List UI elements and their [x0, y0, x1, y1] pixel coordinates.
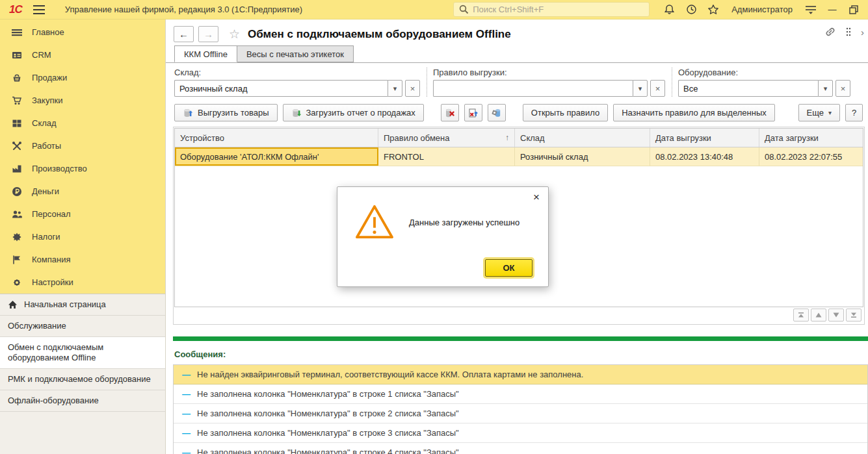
document-upload-icon: [468, 108, 479, 118]
button-label: ?: [852, 108, 856, 118]
table-header: Устройство Правило обмена↑ Склад Дата вы…: [175, 129, 863, 147]
warehouse-dropdown-button[interactable]: ▾: [388, 80, 402, 97]
nav-item-offline-exchange[interactable]: Обмен с подключаемым оборудованием Offli…: [0, 337, 165, 369]
nav-item-offline-equipment[interactable]: Офлайн-оборудование: [0, 390, 165, 412]
message-row[interactable]: — Не найден эквайринговый терминал, соот…: [174, 365, 867, 385]
upload-rule-clear-button[interactable]: ×: [650, 80, 665, 97]
filter-upload-rule: Правило выгрузки: ▾ ×: [427, 68, 672, 97]
current-user[interactable]: Администратор: [731, 5, 793, 14]
upload-rule-input[interactable]: [433, 80, 633, 97]
nav-item-home[interactable]: Начальная страница: [0, 294, 165, 316]
nav-item-label: Офлайн-оборудование: [8, 396, 99, 406]
filter-label: Склад:: [174, 68, 420, 77]
notifications-bell-icon[interactable]: [661, 2, 677, 18]
dialog-message: Данные загружены успешно: [409, 218, 519, 227]
message-row[interactable]: — Не заполнена колонка "Номенклатура" в …: [174, 443, 867, 454]
sidebar-item-label: Персонал: [32, 209, 71, 219]
more-button[interactable]: Еще ▾: [798, 104, 840, 121]
main-menu-icon[interactable]: [31, 2, 47, 18]
equipment-dropdown-button[interactable]: ▾: [818, 80, 833, 97]
nav-item-service[interactable]: Обслуживание: [0, 316, 165, 337]
global-search[interactable]: [453, 2, 650, 17]
app-window: 1С Управление нашей фирмой, редакция 3.0…: [0, 0, 868, 454]
exchange-settings-button[interactable]: [488, 104, 506, 121]
filter-row: Склад: ▾ × Правило выгрузки: ▾: [166, 63, 868, 101]
column-header-upload-date[interactable]: Дата выгрузки: [650, 129, 759, 147]
ok-button[interactable]: ОК: [485, 259, 533, 277]
scroll-to-bottom-button[interactable]: [846, 309, 861, 322]
sidebar-item-purchases[interactable]: Закупки: [0, 89, 165, 112]
filter-warehouse: Склад: ▾ ×: [174, 68, 427, 97]
application-title: Управление нашей фирмой, редакция 3.0 (1…: [65, 5, 302, 14]
cell-warehouse[interactable]: Розничный склад: [515, 147, 650, 166]
sidebar-item-main[interactable]: Главное: [0, 21, 165, 44]
upload-goods-button[interactable]: Выгрузить товары: [174, 104, 278, 121]
message-text: Не найден эквайринговый терминал, соотве…: [197, 370, 583, 379]
service-menu-icon[interactable]: [803, 2, 819, 18]
message-row[interactable]: — Не заполнена колонка "Номенклатура" в …: [174, 385, 867, 404]
horizontal-splitter[interactable]: [173, 336, 868, 341]
sidebar-item-production[interactable]: Производство: [0, 157, 165, 180]
sidebar-item-works[interactable]: Работы: [0, 134, 165, 157]
back-button[interactable]: ←: [174, 26, 194, 42]
sidebar-item-warehouse[interactable]: Склад: [0, 112, 165, 134]
sidebar-item-crm[interactable]: CRM: [0, 44, 165, 66]
history-icon[interactable]: [683, 2, 699, 18]
sidebar-item-staff[interactable]: Персонал: [0, 203, 165, 225]
help-button[interactable]: ?: [845, 104, 863, 121]
minimize-window-icon[interactable]: —: [825, 5, 839, 14]
scroll-up-button[interactable]: [811, 309, 826, 322]
scroll-to-top-button[interactable]: [793, 309, 809, 322]
table-scroll-buttons: [174, 307, 863, 323]
cell-rule[interactable]: FRONTOL: [378, 147, 515, 166]
upload-deleted-button[interactable]: [464, 104, 482, 121]
forward-button[interactable]: →: [198, 26, 218, 42]
boxes-icon: [12, 118, 22, 129]
sidebar-item-label: Главное: [32, 27, 64, 37]
open-windows-panel: Начальная страница Обслуживание Обмен с …: [0, 294, 165, 454]
equipment-clear-button[interactable]: ×: [835, 80, 850, 97]
assign-rule-button[interactable]: Назначить правило для выделенных: [613, 104, 775, 121]
search-input[interactable]: [473, 5, 644, 14]
more-menu-kebab-icon[interactable]: [845, 27, 852, 37]
sidebar-item-company[interactable]: Компания: [0, 248, 165, 271]
table-row[interactable]: Оборудование 'АТОЛ:ККМ Офлайн' FRONTOL Р…: [175, 147, 863, 166]
clear-exchange-button[interactable]: [441, 104, 459, 121]
gear-icon: [12, 277, 22, 288]
sidebar-item-sales[interactable]: Продажи: [0, 66, 165, 89]
column-header-device[interactable]: Устройство: [175, 129, 378, 147]
open-rule-button[interactable]: Открыть правило: [523, 104, 608, 121]
warehouse-clear-button[interactable]: ×: [405, 80, 420, 97]
dialog-close-icon[interactable]: ×: [533, 192, 540, 203]
warehouse-input[interactable]: [174, 80, 388, 97]
sidebar-item-settings[interactable]: Настройки: [0, 271, 165, 294]
cell-download-date[interactable]: 08.02.2023 22:07:55: [759, 147, 863, 166]
tab-kkm-offline[interactable]: ККМ Offline: [174, 45, 237, 62]
scroll-down-button[interactable]: [828, 309, 844, 322]
message-row[interactable]: — Не заполнена колонка "Номенклатура" в …: [174, 404, 867, 423]
database-upload-icon: [183, 108, 193, 118]
sidebar-item-taxes[interactable]: Налоги: [0, 225, 165, 248]
filter-label: Оборудование:: [678, 68, 850, 77]
cell-device[interactable]: Оборудование 'АТОЛ:ККМ Офлайн': [175, 147, 378, 166]
sidebar-item-money[interactable]: Деньги: [0, 180, 165, 203]
message-row[interactable]: — Не заполнена колонка "Номенклатура" в …: [174, 423, 867, 443]
tab-scales-labels[interactable]: Весы с печатью этикеток: [237, 45, 354, 62]
equipment-input[interactable]: [678, 80, 818, 97]
database-delete-icon: [445, 108, 455, 118]
database-download-icon: [291, 108, 302, 118]
load-sales-report-button[interactable]: Загрузить отчет о продажах: [283, 104, 424, 121]
topbar: 1С Управление нашей фирмой, редакция 3.0…: [0, 0, 868, 19]
nav-item-rmk[interactable]: РМК и подключаемое оборудование: [0, 369, 165, 390]
cell-upload-date[interactable]: 08.02.2023 13:40:48: [650, 147, 759, 166]
favorites-star-icon[interactable]: [705, 2, 721, 18]
collapse-panel-chevron[interactable]: ›: [861, 27, 864, 38]
get-link-icon[interactable]: [824, 26, 836, 38]
column-header-rule[interactable]: Правило обмена↑: [378, 129, 515, 147]
column-header-download-date[interactable]: Дата загрузки: [759, 129, 863, 147]
basket-icon: [12, 73, 22, 83]
column-header-warehouse[interactable]: Склад: [515, 129, 650, 147]
upload-rule-dropdown-button[interactable]: ▾: [633, 80, 648, 97]
restore-window-icon[interactable]: [846, 2, 861, 18]
favorite-star-icon[interactable]: ☆: [229, 27, 240, 42]
